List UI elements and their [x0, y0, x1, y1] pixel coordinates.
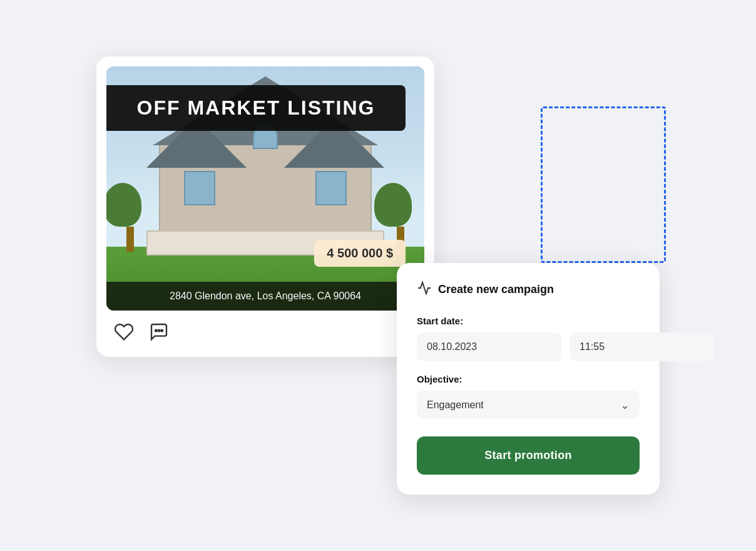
window-left — [184, 171, 215, 205]
campaign-panel: Create new campaign Start date: Objectiv… — [397, 263, 660, 495]
svg-point-0 — [155, 330, 157, 332]
card-actions — [106, 311, 424, 347]
heart-icon — [114, 322, 134, 342]
address-bar: 2840 Glendon ave, Los Angeles, CA 90064 — [106, 282, 424, 311]
svg-point-1 — [158, 330, 160, 332]
objective-select-wrapper: Engagement Awareness Traffic Conversions… — [417, 391, 640, 419]
start-promotion-button[interactable]: Start promotion — [417, 436, 640, 475]
price-text: 4 500 000 $ — [327, 246, 393, 260]
window-right — [315, 171, 347, 205]
time-input[interactable] — [570, 332, 715, 361]
objective-select[interactable]: Engagement Awareness Traffic Conversions — [417, 391, 640, 419]
panel-header: Create new campaign — [417, 281, 640, 298]
chart-icon — [417, 281, 432, 298]
dashed-selection-indicator — [541, 106, 666, 263]
price-badge: 4 500 000 $ — [314, 240, 406, 267]
objective-group: Objective: Engagement Awareness Traffic … — [417, 374, 640, 419]
comment-icon — [149, 322, 169, 342]
start-date-group: Start date: — [417, 316, 640, 361]
panel-title: Create new campaign — [438, 283, 554, 296]
tree-left — [119, 183, 141, 252]
property-card: OFF MARKET LISTING 4 500 000 $ 2840 Glen… — [96, 56, 434, 357]
property-image: OFF MARKET LISTING 4 500 000 $ 2840 Glen… — [106, 66, 424, 311]
comment-button[interactable] — [146, 319, 171, 344]
off-market-banner: OFF MARKET LISTING — [106, 85, 406, 131]
start-date-label: Start date: — [417, 316, 640, 326]
date-time-row — [417, 332, 640, 361]
off-market-text: OFF MARKET LISTING — [137, 96, 375, 119]
objective-label: Objective: — [417, 374, 640, 384]
date-input[interactable] — [417, 332, 562, 361]
address-text: 2840 Glendon ave, Los Angeles, CA 90064 — [170, 291, 361, 301]
like-button[interactable] — [111, 319, 136, 344]
svg-point-2 — [161, 330, 163, 332]
